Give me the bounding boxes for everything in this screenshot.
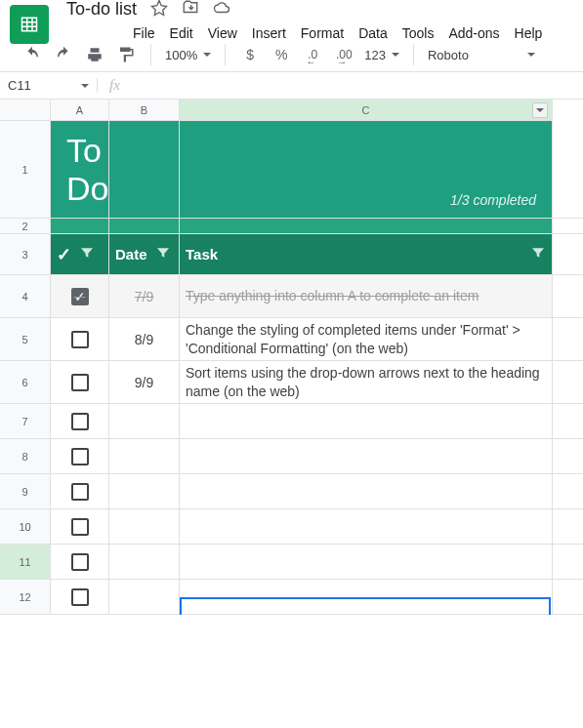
checkbox-row7[interactable] — [71, 413, 89, 430]
row-header-7[interactable]: 7 — [0, 404, 51, 439]
font-select[interactable]: Roboto — [428, 48, 535, 62]
cell-c3[interactable]: Task — [180, 234, 553, 274]
filter-check-icon[interactable] — [79, 245, 95, 263]
row-header-5[interactable]: 5 — [0, 318, 51, 361]
menu-format[interactable]: Format — [301, 25, 344, 41]
row-header-10[interactable]: 10 — [0, 509, 51, 545]
cell-b4[interactable]: 7/9 — [109, 275, 180, 317]
row-header-11[interactable]: 11 — [0, 545, 51, 580]
undo-button[interactable] — [21, 44, 43, 65]
decrease-decimal-button[interactable]: .0← — [302, 44, 323, 65]
cell-a4[interactable] — [51, 275, 109, 317]
cell-a1[interactable]: To Do — [51, 121, 109, 218]
cell-a8[interactable] — [51, 439, 109, 473]
menu-data[interactable]: Data — [358, 25, 388, 41]
menu-insert[interactable]: Insert — [252, 25, 286, 41]
cell-b11[interactable] — [109, 545, 180, 579]
column-header-c-label: C — [362, 104, 370, 116]
cell-c7[interactable] — [180, 404, 553, 438]
menu-file[interactable]: File — [133, 25, 155, 41]
cell-c8[interactable] — [180, 439, 553, 473]
cell-a9[interactable] — [51, 474, 109, 508]
column-c-dropdown-icon[interactable] — [532, 102, 548, 118]
currency-button[interactable]: $ — [239, 44, 261, 65]
cell-b2[interactable] — [109, 219, 180, 233]
checkbox-row12[interactable] — [71, 588, 89, 606]
svg-rect-0 — [22, 18, 37, 31]
print-button[interactable] — [84, 44, 105, 65]
menu-view[interactable]: View — [208, 25, 237, 41]
row-header-8[interactable]: 8 — [0, 439, 51, 474]
check-column-label: ✓ — [57, 244, 71, 265]
cell-c2[interactable] — [180, 219, 553, 233]
todo-title: To Do — [57, 132, 108, 208]
row-header-9[interactable]: 9 — [0, 474, 51, 509]
redo-button[interactable] — [53, 44, 74, 65]
checkbox-row8[interactable] — [71, 448, 89, 465]
menu-addons[interactable]: Add-ons — [448, 25, 499, 41]
column-header-a[interactable]: A — [51, 100, 109, 121]
checkbox-row9[interactable] — [71, 483, 89, 501]
cell-a11[interactable] — [51, 545, 109, 579]
column-header-c[interactable]: C — [180, 100, 553, 121]
cell-c11[interactable] — [180, 545, 553, 579]
fx-label: fx — [98, 77, 132, 94]
cell-a2[interactable] — [51, 219, 109, 233]
cell-a3[interactable]: ✓ — [51, 234, 109, 274]
number-format-select[interactable]: 123 — [364, 48, 399, 62]
checkbox-row10[interactable] — [71, 518, 89, 536]
checkbox-row5[interactable] — [71, 331, 89, 348]
cell-c5[interactable]: Change the styling of completed items un… — [180, 318, 553, 360]
cell-a6[interactable] — [51, 361, 109, 403]
percent-button[interactable]: % — [271, 44, 292, 65]
cell-b5[interactable]: 8/9 — [109, 318, 180, 360]
menu-tools[interactable]: Tools — [402, 25, 435, 41]
name-box[interactable]: C11 — [0, 78, 98, 93]
row-header-4[interactable]: 4 — [0, 275, 51, 318]
row-header-12[interactable]: 12 — [0, 580, 51, 615]
zoom-select[interactable]: 100% — [165, 48, 211, 62]
row-header-3[interactable]: 3 — [0, 234, 51, 275]
cell-b9[interactable] — [109, 474, 180, 508]
menu-edit[interactable]: Edit — [170, 25, 193, 41]
cell-a5[interactable] — [51, 318, 109, 360]
checkbox-row4[interactable] — [71, 288, 89, 305]
cell-b6[interactable]: 9/9 — [109, 361, 180, 403]
cell-c1[interactable]: 1/3 completed — [180, 121, 553, 218]
task-column-label: Task — [186, 246, 218, 263]
cell-b10[interactable] — [109, 509, 180, 544]
cell-b8[interactable] — [109, 439, 180, 473]
cell-a12[interactable] — [51, 580, 109, 614]
cloud-status-icon[interactable] — [213, 0, 230, 20]
menu-help[interactable]: Help — [515, 25, 543, 41]
filter-task-icon[interactable] — [530, 245, 546, 263]
star-icon[interactable] — [150, 0, 168, 20]
cell-c9[interactable] — [180, 474, 553, 508]
select-all-corner[interactable] — [0, 100, 51, 121]
sheets-app-icon[interactable] — [10, 5, 49, 44]
column-header-b[interactable]: B — [109, 100, 180, 121]
cell-c12[interactable] — [180, 580, 553, 614]
row-header-2[interactable]: 2 — [0, 219, 51, 234]
cell-c6[interactable]: Sort items using the drop-down arrows ne… — [180, 361, 553, 403]
checkbox-row11[interactable] — [71, 553, 89, 571]
paint-format-button[interactable] — [115, 44, 137, 65]
cell-b3[interactable]: Date — [109, 234, 180, 274]
date-column-label: Date — [115, 246, 147, 263]
progress-text: 1/3 completed — [450, 192, 536, 208]
cell-a10[interactable] — [51, 509, 109, 544]
row-header-1[interactable]: 1 — [0, 121, 51, 219]
cell-c10[interactable] — [180, 509, 553, 544]
cell-a7[interactable] — [51, 404, 109, 438]
cell-b1[interactable] — [109, 121, 180, 218]
move-icon[interactable] — [182, 0, 199, 20]
filter-date-icon[interactable] — [155, 245, 171, 263]
checkbox-row6[interactable] — [71, 374, 89, 391]
cell-b12[interactable] — [109, 580, 180, 614]
increase-decimal-button[interactable]: .00→ — [333, 44, 354, 65]
formula-input[interactable] — [132, 76, 583, 95]
cell-c4[interactable]: Type anything into column A to complete … — [180, 275, 553, 317]
document-title[interactable]: To-do list — [66, 0, 137, 20]
cell-b7[interactable] — [109, 404, 180, 438]
row-header-6[interactable]: 6 — [0, 361, 51, 404]
